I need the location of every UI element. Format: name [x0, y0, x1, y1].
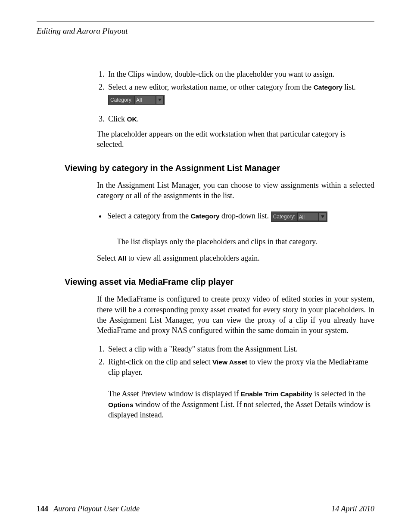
viewcat-bullet-post: drop-down list. — [220, 212, 269, 220]
note-mid: is selected in the — [312, 389, 366, 398]
viewasset-steps: Select a clip with a "Ready" status from… — [97, 344, 374, 420]
viewasset-intro: If the MediaFrame is configured to creat… — [97, 294, 374, 336]
svg-marker-0 — [158, 99, 162, 101]
note-post: window of the Assignment List. If not se… — [108, 400, 371, 419]
step-2: Select a new editor, workstation name, o… — [106, 82, 374, 111]
step-3: Click OK. — [106, 114, 374, 124]
viewcat-bullet: Select a category from the Category drop… — [106, 209, 374, 247]
intro-steps: In the Clips window, double-click on the… — [97, 69, 374, 124]
category-dropdown[interactable]: Category: All — [108, 95, 165, 105]
intro-block: In the Clips window, double-click on the… — [97, 69, 374, 149]
viewcat-select-pre: Select — [97, 254, 118, 262]
viewasset-step-1: Select a clip with a "Ready" status from… — [106, 344, 374, 354]
viewasset-step-2-bold: View Asset — [212, 358, 247, 366]
viewcat-select-all: Select All to view all assignment placeh… — [97, 253, 374, 263]
footer-date: 14 April 2010 — [331, 504, 374, 514]
chevron-down-icon[interactable] — [156, 96, 164, 104]
viewasset-block: If the MediaFrame is configured to creat… — [97, 294, 374, 420]
note-bold-1: Enable Trim Capability — [240, 390, 312, 398]
footer-left: 144 Aurora Playout User Guide — [37, 504, 140, 514]
viewasset-step-2: Right-click on the clip and select View … — [106, 357, 374, 420]
step-1: In the Clips window, double-click on the… — [106, 69, 374, 79]
category-widget-2: Category: All — [271, 211, 327, 222]
step-3-pre: Click — [108, 115, 127, 123]
category-dropdown[interactable]: Category: All — [271, 212, 327, 222]
category-label: Category: — [271, 212, 297, 221]
viewcat-intro: In the Assignment List Manager, you can … — [97, 180, 374, 201]
category-value: All — [134, 96, 156, 104]
viewasset-note: The Asset Preview window is displayed if… — [108, 389, 374, 420]
doc-title: Aurora Playout User Guide — [53, 504, 140, 513]
category-value: All — [297, 212, 319, 221]
category-widget-1: Category: All — [108, 94, 165, 105]
svg-marker-1 — [321, 215, 324, 218]
heading-viewasset: Viewing asset via MediaFrame clip player — [65, 276, 374, 288]
viewcat-select-post: to view all assignment placeholders agai… — [126, 254, 259, 262]
category-label: Category: — [109, 95, 134, 105]
note-bold-2: Options — [108, 401, 134, 408]
footer: 144 Aurora Playout User Guide 14 April 2… — [37, 504, 374, 514]
step-2-pre: Select a new editor, workstation name, o… — [108, 83, 314, 91]
viewcat-bullet-pre: Select a category from the — [107, 212, 190, 220]
header-rule — [37, 22, 374, 22]
step-2-post: list. — [342, 83, 356, 91]
running-head: Editing and Aurora Playout — [37, 25, 374, 37]
viewasset-step-2-pre: Right-click on the clip and select — [108, 358, 212, 366]
step-2-bold: Category — [314, 84, 342, 91]
heading-viewcat: Viewing by category in the Assignment Li… — [65, 162, 374, 174]
page: Editing and Aurora Playout In the Clips … — [0, 0, 411, 532]
viewcat-sub-result: The list displays only the placeholders … — [117, 236, 374, 247]
viewcat-bullets: Select a category from the Category drop… — [97, 209, 374, 247]
step-3-post: . — [137, 115, 139, 123]
step-3-bold: OK — [127, 115, 137, 123]
viewcat-block: In the Assignment List Manager, you can … — [97, 180, 374, 263]
viewcat-select-bold: All — [118, 255, 126, 262]
chevron-down-icon[interactable] — [319, 212, 327, 221]
viewcat-bullet-bold: Category — [190, 212, 219, 220]
intro-result: The placeholder appears on the edit work… — [97, 129, 374, 150]
note-pre: The Asset Preview window is displayed if — [108, 389, 240, 398]
page-number: 144 — [37, 504, 48, 513]
